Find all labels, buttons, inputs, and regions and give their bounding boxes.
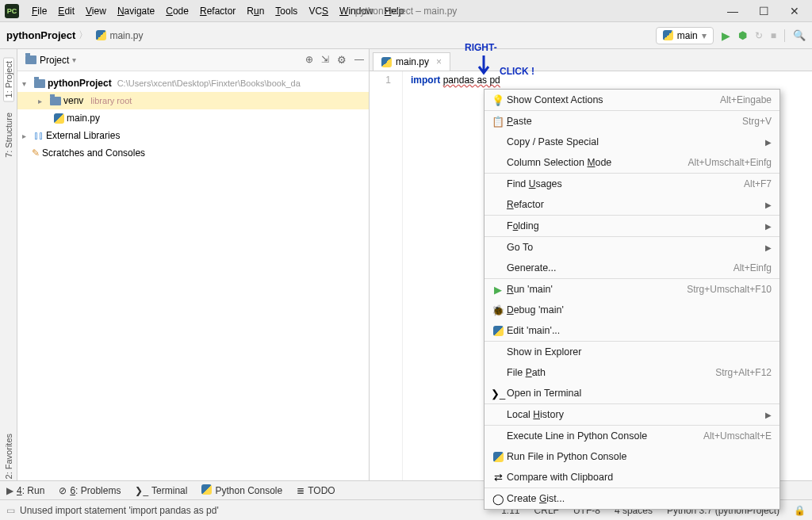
- bug-icon: 🐞: [489, 304, 507, 316]
- run-button[interactable]: ▶: [722, 29, 730, 42]
- stop-button[interactable]: ■: [771, 30, 776, 41]
- context-menu-item[interactable]: Column Selection ModeAlt+Umschalt+Einfg: [485, 152, 779, 173]
- term-icon: ❯_: [489, 388, 507, 400]
- context-menu-label: Generate...: [507, 262, 733, 273]
- run-with-coverage-button[interactable]: ↻: [755, 30, 763, 41]
- close-tab-icon[interactable]: ×: [436, 56, 442, 67]
- play-icon: ▶: [489, 284, 507, 296]
- chevron-right-icon[interactable]: ▸: [38, 97, 48, 105]
- tool-window-button[interactable]: ▶4: Run: [6, 485, 44, 496]
- tree-main-py[interactable]: main.py: [17, 109, 369, 127]
- context-menu-item[interactable]: ❯_Open in Terminal: [485, 383, 779, 403]
- python-file-icon: [381, 57, 392, 67]
- context-menu-label: Copy / Paste Special: [507, 136, 760, 147]
- context-menu-item[interactable]: 💡Show Context ActionsAlt+Eingabe: [485, 90, 779, 110]
- breadcrumb-file[interactable]: main.py: [96, 30, 143, 41]
- menu-run[interactable]: Run: [242, 4, 269, 18]
- context-menu-label: Execute Line in Python Console: [507, 430, 703, 442]
- folder-icon: [25, 55, 36, 64]
- context-menu-shortcut: Alt+F7: [744, 178, 772, 189]
- gear-icon[interactable]: ⚙: [337, 54, 347, 66]
- context-menu-label: Debug 'main': [507, 304, 772, 315]
- submenu-arrow-icon: ▶: [765, 243, 772, 252]
- context-menu-item[interactable]: Generate...Alt+Einfg: [485, 258, 779, 278]
- tool-window-button[interactable]: ≣TODO: [297, 485, 335, 496]
- chevron-down-icon[interactable]: ▾: [22, 79, 32, 88]
- tree-venv[interactable]: ▸ venv library root: [17, 92, 369, 109]
- term-icon: ❯_: [135, 485, 148, 496]
- line-number: 1: [370, 71, 403, 482]
- tree-root[interactable]: ▾ pythonProject C:\Users\xcent\Desktop\F…: [17, 75, 369, 92]
- context-menu-item[interactable]: ◯Create Gist...: [485, 488, 779, 509]
- tool-stripe-project[interactable]: 1: Project: [3, 57, 14, 101]
- menu-view[interactable]: View: [81, 4, 111, 18]
- project-tree[interactable]: ▾ pythonProject C:\Users\xcent\Desktop\F…: [17, 71, 369, 482]
- context-menu-item[interactable]: File PathStrg+Alt+F12: [485, 362, 779, 383]
- python-file-icon: [96, 30, 106, 40]
- context-menu-item[interactable]: Copy / Paste Special▶: [485, 132, 779, 152]
- paste-icon: 📋: [489, 116, 507, 128]
- select-opened-file-icon[interactable]: ⊕: [305, 54, 313, 66]
- project-view-selector[interactable]: Project ▾: [22, 53, 79, 67]
- tool-stripe-structure[interactable]: 7: Structure: [4, 109, 13, 161]
- lock-icon[interactable]: 🔒: [794, 505, 806, 516]
- run-configuration-selector[interactable]: main ▾: [656, 27, 714, 44]
- menu-navigate[interactable]: Navigate: [113, 4, 159, 18]
- submenu-arrow-icon: ▶: [765, 222, 772, 231]
- tree-scratches[interactable]: ✎ Scratches and Consoles: [17, 144, 369, 162]
- context-menu-label: Column Selection Mode: [507, 157, 688, 168]
- context-menu-item[interactable]: ▶Run 'main'Strg+Umschalt+F10: [485, 279, 779, 300]
- context-menu-label: Show in Explorer: [507, 346, 772, 358]
- tool-window-button[interactable]: Python Console: [201, 484, 282, 497]
- tool-window-button[interactable]: ❯_Terminal: [135, 485, 187, 496]
- minimize-button[interactable]: —: [727, 5, 738, 17]
- context-menu-item[interactable]: Folding▶: [485, 216, 779, 236]
- debug-button[interactable]: ⬢: [738, 29, 747, 41]
- context-menu-label: Folding: [507, 220, 760, 231]
- python-icon: [663, 30, 673, 40]
- context-menu-item[interactable]: Find UsagesAlt+F7: [485, 174, 779, 194]
- context-menu-item[interactable]: Execute Line in Python ConsoleAlt+Umscha…: [485, 426, 779, 446]
- menu-edit[interactable]: Edit: [53, 4, 79, 18]
- menu-file[interactable]: File: [27, 4, 52, 18]
- play-icon: ▶: [6, 485, 13, 496]
- context-menu-shortcut: Alt+Eingabe: [720, 94, 772, 105]
- menu-vcs[interactable]: VCS: [304, 4, 333, 18]
- context-menu-item[interactable]: Refactor▶: [485, 194, 779, 215]
- breadcrumb-root[interactable]: pythonProject: [6, 29, 75, 41]
- context-menu-label: Open in Terminal: [507, 388, 772, 399]
- py-icon: [489, 326, 507, 336]
- tool-window-button[interactable]: ⊘6: Problems: [59, 485, 121, 496]
- tree-external-libraries[interactable]: ▸ ⫿⫿ External Libraries: [17, 127, 369, 144]
- separator: [784, 29, 785, 42]
- gh-icon: ◯: [489, 493, 507, 505]
- context-menu-item[interactable]: 🐞Debug 'main': [485, 300, 779, 320]
- expand-all-icon[interactable]: ⇲: [321, 54, 329, 66]
- titlebar: PC File Edit View Navigate Code Refactor…: [0, 0, 812, 22]
- pycharm-logo-icon: PC: [5, 4, 19, 18]
- context-menu-item[interactable]: 📋PasteStrg+V: [485, 111, 779, 132]
- close-button[interactable]: ✕: [790, 5, 799, 17]
- maximize-button[interactable]: ☐: [759, 5, 769, 17]
- tool-window-label: 6: Problems: [70, 485, 121, 496]
- context-menu-item[interactable]: ⇄Compare with Clipboard: [485, 467, 779, 488]
- context-menu-item[interactable]: Show in Explorer: [485, 342, 779, 362]
- python-file-icon: [54, 113, 64, 124]
- editor-tab-main[interactable]: main.py ×: [373, 52, 450, 71]
- context-menu-item[interactable]: Local History▶: [485, 404, 779, 425]
- context-menu-item[interactable]: Go To▶: [485, 237, 779, 258]
- todo-icon: ≣: [297, 485, 304, 496]
- context-menu-item[interactable]: Edit 'main'...: [485, 320, 779, 341]
- search-everywhere-button[interactable]: 🔍: [793, 29, 806, 41]
- hide-panel-icon[interactable]: —: [354, 54, 364, 66]
- tool-window-label: Terminal: [151, 485, 187, 496]
- scratches-icon: ✎: [32, 147, 40, 159]
- context-menu-item[interactable]: Run File in Python Console: [485, 446, 779, 467]
- tool-stripe-favorites[interactable]: 2: Favorites: [4, 430, 13, 482]
- menu-tools[interactable]: Tools: [270, 4, 302, 18]
- chevron-right-icon[interactable]: ▸: [22, 132, 32, 140]
- project-tool-window: Project ▾ ⊕ ⇲ ⚙ — ▾ pythonProject C:\Use…: [17, 49, 370, 482]
- menu-code[interactable]: Code: [161, 4, 193, 18]
- keyword: import: [411, 75, 440, 86]
- menu-refactor[interactable]: Refactor: [195, 4, 240, 18]
